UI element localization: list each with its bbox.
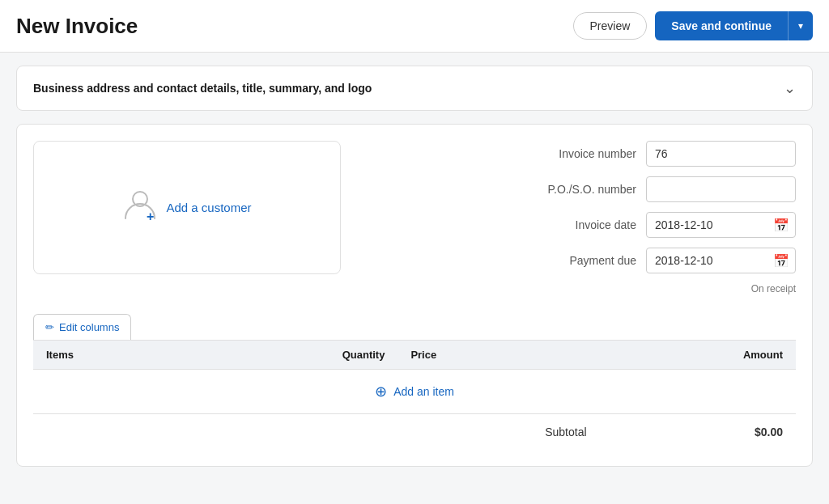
header-actions: Preview Save and continue ▾ — [573, 11, 814, 40]
add-customer-box[interactable]: + Add a customer — [33, 141, 341, 274]
svg-text:+: + — [147, 210, 154, 222]
on-receipt-row: On receipt — [373, 283, 796, 294]
save-button-group: Save and continue ▾ — [655, 11, 813, 40]
header: New Invoice Preview Save and continue ▾ — [0, 0, 829, 53]
payment-due-field: 📅 — [646, 248, 796, 273]
po-so-input[interactable] — [646, 176, 796, 202]
po-so-label: P.O./S.O. number — [531, 183, 636, 196]
add-customer-label: Add a customer — [166, 201, 251, 214]
calendar-icon-due[interactable]: 📅 — [773, 253, 789, 269]
invoice-date-row: Invoice date 📅 — [373, 212, 796, 238]
column-quantity: Quantity — [193, 341, 397, 370]
add-item-button[interactable]: ⊕ Add an item — [375, 383, 454, 400]
subtotal-amount: $0.00 — [600, 414, 796, 451]
invoice-number-row: Invoice number — [373, 141, 796, 167]
business-details-label: Business address and contact details, ti… — [33, 82, 372, 95]
invoice-number-input[interactable] — [646, 141, 796, 167]
edit-columns-button[interactable]: ✏ Edit columns — [33, 314, 131, 340]
preview-button[interactable]: Preview — [573, 12, 648, 40]
subtotal-label: Subtotal — [397, 414, 599, 451]
page-title: New Invoice — [16, 14, 138, 39]
items-table: Items Quantity Price Amount ⊕ Add an ite… — [33, 340, 796, 450]
calendar-icon[interactable]: 📅 — [773, 218, 789, 233]
add-item-label: Add an item — [393, 385, 454, 398]
column-amount: Amount — [600, 341, 796, 370]
edit-columns-label: Edit columns — [59, 321, 119, 333]
po-so-row: P.O./S.O. number — [373, 176, 796, 202]
subtotal-row: Subtotal $0.00 — [33, 414, 796, 451]
customer-icon: + — [122, 186, 158, 229]
main-content: Business address and contact details, ti… — [0, 53, 829, 480]
payment-due-label: Payment due — [531, 254, 636, 267]
invoice-date-field: 📅 — [646, 212, 796, 238]
chevron-down-icon: ⌄ — [784, 79, 796, 97]
invoice-date-label: Invoice date — [531, 218, 636, 231]
on-receipt-text: On receipt — [751, 283, 796, 294]
add-item-icon: ⊕ — [375, 383, 387, 400]
column-price: Price — [397, 341, 599, 370]
pencil-icon: ✏ — [45, 321, 54, 333]
save-continue-button[interactable]: Save and continue — [655, 11, 788, 40]
payment-due-row: Payment due 📅 — [373, 248, 796, 273]
form-top-section: + Add a customer Invoice number P.O./S.O… — [33, 141, 796, 294]
add-item-row: ⊕ Add an item — [33, 370, 796, 414]
column-items: Items — [33, 341, 193, 370]
save-dropdown-button[interactable]: ▾ — [788, 11, 813, 40]
invoice-form-card: + Add a customer Invoice number P.O./S.O… — [16, 124, 813, 467]
table-header: Items Quantity Price Amount — [33, 341, 796, 370]
invoice-number-label: Invoice number — [531, 147, 636, 160]
business-details-section[interactable]: Business address and contact details, ti… — [16, 66, 813, 111]
invoice-fields: Invoice number P.O./S.O. number Invoice … — [373, 141, 796, 294]
